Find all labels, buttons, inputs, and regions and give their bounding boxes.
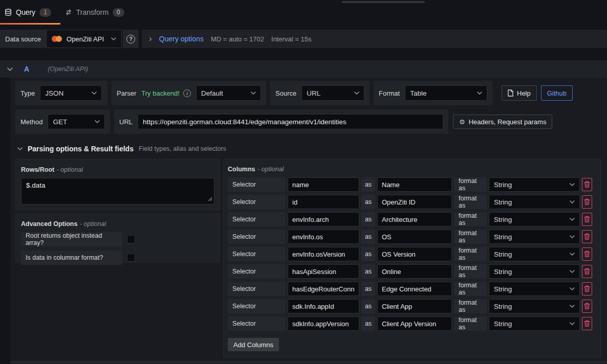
query-options-toggle[interactable]: Query options (159, 35, 204, 43)
columns-rows: Selector as format as String Selector as… (228, 177, 597, 331)
query-row-header[interactable]: A (OpenZiti API) (0, 60, 607, 78)
format-as-chip: format as (454, 177, 487, 192)
selector-chip: Selector (228, 195, 286, 209)
delete-column-button[interactable] (582, 213, 592, 226)
url-input[interactable] (138, 114, 443, 129)
add-columns-button[interactable]: Add Columns (228, 338, 279, 351)
column-row: Selector as format as String (228, 299, 597, 313)
delete-column-button[interactable] (582, 282, 592, 295)
info-circle-icon[interactable]: i (183, 89, 191, 97)
chevron-down-icon (477, 92, 482, 95)
delete-column-button[interactable] (582, 265, 592, 278)
column-row: Selector as format as String (228, 264, 597, 279)
parsing-options-toggle[interactable]: Parsing options & Result fields Field ty… (15, 145, 602, 153)
try-backend-hint: Try backend! (141, 89, 180, 97)
column-alias-input[interactable] (377, 316, 452, 331)
format-as-chip: format as (454, 247, 487, 261)
column-row: Selector as format as String (228, 316, 597, 331)
datasource-help-button[interactable]: ? (123, 30, 139, 48)
section-divider (10, 361, 607, 364)
column-format-select[interactable]: String (489, 282, 580, 296)
as-chip: as (361, 195, 375, 209)
column-selector-input[interactable] (288, 316, 359, 331)
column-alias-input[interactable] (377, 282, 452, 296)
advanced-option-row: Is data in columnar format? (21, 251, 214, 265)
selector-chip: Selector (228, 177, 286, 192)
column-selector-input[interactable] (288, 195, 359, 209)
chevron-down-icon (95, 120, 100, 123)
column-alias-input[interactable] (377, 230, 452, 244)
column-format-select[interactable]: String (489, 299, 580, 313)
column-row: Selector as format as String (228, 282, 597, 296)
help-button[interactable]: Help (502, 85, 537, 101)
rows-root-panel: Rows/Root - optional $.data (15, 159, 220, 210)
datasource-label: Data source (0, 30, 46, 48)
delete-column-button[interactable] (582, 178, 592, 191)
column-format-select[interactable]: String (489, 177, 580, 192)
format-as-chip: format as (454, 230, 487, 244)
advanced-options-panel: Advanced Options - optional Root returns… (15, 213, 220, 262)
column-alias-input[interactable] (377, 177, 452, 192)
column-selector-input[interactable] (288, 230, 359, 244)
column-selector-input[interactable] (288, 264, 359, 279)
column-format-select[interactable]: String (489, 230, 580, 244)
column-format-select[interactable]: String (489, 195, 580, 209)
type-field-group: Type JSON (15, 81, 107, 105)
tab-query[interactable]: Query 1 (0, 0, 60, 25)
as-chip: as (361, 177, 375, 192)
column-alias-input[interactable] (377, 195, 452, 209)
as-chip: as (361, 212, 375, 226)
transform-count-badge: 0 (113, 8, 124, 17)
column-alias-input[interactable] (377, 299, 452, 313)
format-as-chip: format as (454, 282, 487, 296)
pane-resize-handle[interactable] (342, 1, 425, 3)
column-alias-input[interactable] (377, 212, 452, 226)
column-selector-input[interactable] (288, 299, 359, 313)
column-format-select[interactable]: String (489, 264, 580, 279)
chevron-down-icon (570, 183, 575, 186)
delete-column-button[interactable] (582, 300, 592, 313)
rows-root-optional: - optional (57, 166, 83, 173)
delete-column-button[interactable] (582, 317, 592, 330)
trash-icon (584, 181, 590, 188)
column-format-select[interactable]: String (489, 247, 580, 261)
advanced-options-optional: - optional (80, 220, 106, 228)
column-format-select[interactable]: String (489, 316, 580, 331)
column-alias-input[interactable] (377, 264, 452, 279)
rows-root-textarea[interactable]: $.data (21, 178, 214, 204)
parsing-section-title: Parsing options & Result fields (28, 145, 134, 153)
column-selector-input[interactable] (288, 247, 359, 261)
column-row: Selector as format as String (228, 247, 597, 261)
as-chip: as (361, 299, 375, 313)
trash-icon (584, 251, 590, 258)
format-as-chip: format as (454, 299, 487, 313)
tab-transform[interactable]: Transform 0 (60, 0, 134, 25)
method-select[interactable]: GET (48, 114, 105, 129)
trash-icon (584, 268, 590, 275)
tab-query-label: Query (16, 8, 35, 16)
column-format-select[interactable]: String (489, 212, 580, 226)
delete-column-button[interactable] (582, 247, 592, 261)
trash-icon (584, 216, 590, 223)
chevron-down-icon (570, 235, 575, 238)
parser-select[interactable]: Default (196, 85, 261, 101)
columnar-format-checkbox[interactable] (127, 254, 135, 262)
delete-column-button[interactable] (582, 195, 592, 209)
column-selector-input[interactable] (288, 177, 359, 192)
columns-optional: - optional (257, 166, 284, 173)
headers-params-button[interactable]: ⚙ Headers, Request params (453, 115, 552, 129)
format-select[interactable]: Table (405, 85, 487, 101)
datasource-picker[interactable]: OpenZiti API (46, 30, 122, 48)
root-returns-object-checkbox[interactable] (127, 235, 135, 243)
selector-chip: Selector (228, 230, 286, 244)
delete-column-button[interactable] (582, 230, 592, 243)
rows-root-label: Rows/Root (21, 166, 54, 173)
source-select[interactable]: URL (301, 85, 364, 101)
type-select[interactable]: JSON (40, 85, 102, 101)
github-button[interactable]: Github (541, 85, 573, 101)
column-alias-input[interactable] (377, 247, 452, 261)
column-selector-input[interactable] (288, 212, 359, 226)
source-label: Source (275, 89, 296, 97)
interval-stat: Interval = 15s (271, 35, 311, 43)
column-selector-input[interactable] (288, 282, 359, 296)
